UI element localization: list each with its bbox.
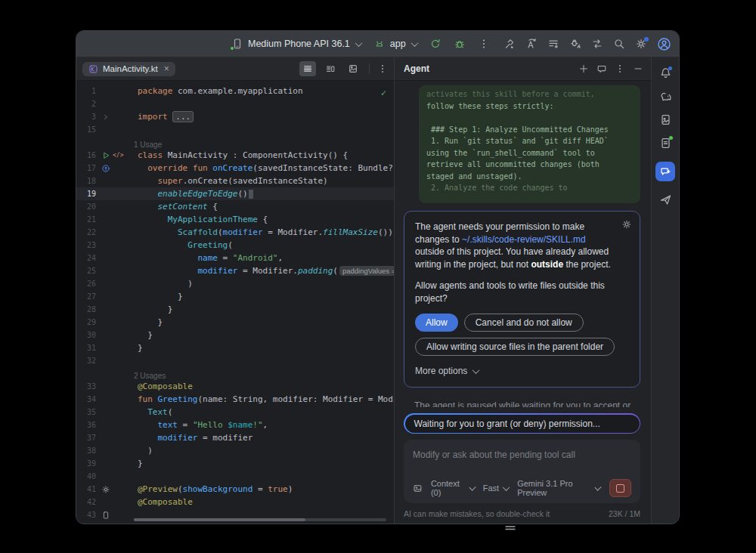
fold-arrow-icon[interactable] bbox=[101, 113, 110, 122]
view-code-button[interactable] bbox=[299, 61, 316, 76]
code-text: Greeting( bbox=[138, 240, 233, 250]
run-config-label: app bbox=[390, 39, 406, 49]
todo-list-icon[interactable] bbox=[547, 38, 559, 50]
code-line[interactable]: 22 Scaffold(modifier = Modifier.fillMaxS… bbox=[76, 226, 394, 239]
settings-gear-icon[interactable] bbox=[635, 38, 647, 50]
device-manager-icon[interactable] bbox=[659, 113, 672, 126]
skill-text-line: ### Step 1: Analyze Uncommitted Changes bbox=[426, 124, 633, 136]
code-line[interactable]: 17 override fun onCreate(savedInstanceSt… bbox=[76, 162, 394, 175]
code-line[interactable]: 25 modifier = Modifier.padding(paddingVa… bbox=[76, 264, 394, 277]
line-number: 36 bbox=[76, 421, 96, 429]
compose-preview-icon[interactable]: </> bbox=[113, 151, 123, 160]
code-text: Text( bbox=[138, 407, 172, 417]
code-text: super.onCreate(savedInstanceState) bbox=[138, 176, 328, 186]
code-text: package com.example.myapplication bbox=[138, 86, 303, 96]
code-line[interactable]: 32 bbox=[76, 354, 394, 367]
hide-panel-icon[interactable] bbox=[633, 63, 643, 74]
horizontal-scrollbar[interactable] bbox=[134, 518, 386, 521]
new-chat-icon[interactable] bbox=[578, 63, 589, 74]
run-app-icon[interactable] bbox=[101, 151, 110, 160]
code-line[interactable]: 2 bbox=[76, 97, 394, 110]
code-line[interactable]: 27 } bbox=[76, 290, 394, 303]
sync-branches-icon[interactable] bbox=[591, 38, 603, 50]
code-line[interactable]: 42@Composable bbox=[76, 496, 394, 508]
inspection-ok-icon[interactable]: ✓ bbox=[381, 88, 386, 98]
allow-parent-folder-button[interactable]: Allow writing source files in the parent… bbox=[415, 338, 615, 356]
gradle-icon[interactable] bbox=[659, 90, 672, 103]
code-line[interactable]: 24 name = "Android", bbox=[76, 252, 394, 264]
code-line[interactable]: 37 modifier = modifier bbox=[76, 431, 394, 444]
code-line[interactable]: 39} bbox=[76, 457, 394, 470]
code-line[interactable]: 3import ... bbox=[76, 110, 394, 123]
tab-mainactivity[interactable]: MainActivity.kt × bbox=[82, 62, 175, 76]
debug-bug-icon[interactable] bbox=[454, 38, 466, 50]
search-icon[interactable] bbox=[613, 38, 625, 50]
code-line[interactable]: 40 bbox=[76, 470, 394, 483]
line-number: 30 bbox=[76, 331, 96, 339]
code-line[interactable]: 23 Greeting( bbox=[76, 239, 394, 252]
code-line[interactable]: 34fun Greeting(name: String, modifier: M… bbox=[76, 393, 394, 406]
model-dropdown[interactable]: Gemini 3.1 Pro Preview bbox=[517, 479, 600, 497]
skill-file-link[interactable]: ~/.skills/code-review/SKILL.md bbox=[462, 234, 586, 245]
line-number: 28 bbox=[76, 305, 96, 314]
close-icon[interactable]: × bbox=[164, 64, 169, 73]
more-vertical-icon[interactable] bbox=[478, 38, 490, 50]
code-line[interactable]: 33@Composable bbox=[76, 380, 394, 393]
airplane-icon[interactable] bbox=[659, 193, 672, 206]
agent-composer[interactable]: Context (0) Fast Gemini 3.1 Pro Preview bbox=[404, 440, 640, 503]
permission-settings-icon[interactable] bbox=[621, 219, 632, 230]
code-line[interactable]: 16</>class MainActivity : ComponentActiv… bbox=[76, 149, 394, 162]
code-text: class MainActivity : ComponentActivity()… bbox=[138, 150, 348, 160]
view-split-button[interactable] bbox=[322, 61, 339, 76]
code-line[interactable]: 26 ) bbox=[76, 277, 394, 290]
code-line[interactable]: 30 } bbox=[76, 329, 394, 341]
usages-hint[interactable]: 2 Usages bbox=[76, 367, 394, 380]
code-line[interactable]: 41@Preview(showBackground = true) bbox=[76, 483, 394, 496]
running-devices-icon[interactable] bbox=[659, 137, 672, 150]
attach-image-icon[interactable] bbox=[413, 483, 423, 494]
ide-window: Medium Phone API 36.1 app bbox=[76, 30, 680, 524]
chat-history-icon[interactable] bbox=[596, 63, 607, 74]
code-line[interactable]: 28 } bbox=[76, 303, 394, 316]
device-selector[interactable]: Medium Phone API 36.1 bbox=[231, 38, 361, 50]
agent-message-list[interactable]: activates this skill before a commit,fol… bbox=[395, 81, 651, 407]
user-avatar-icon[interactable] bbox=[657, 37, 671, 51]
chevron-down-icon bbox=[503, 483, 510, 491]
code-line[interactable]: 19 enableEdgeToEdge() bbox=[76, 187, 394, 200]
context-dropdown[interactable]: Context (0) bbox=[431, 479, 475, 497]
code-line[interactable]: 18 super.onCreate(savedInstanceState) bbox=[76, 175, 394, 187]
preview-device-icon[interactable] bbox=[101, 511, 110, 520]
usages-hint[interactable]: 1 Usage bbox=[76, 136, 394, 149]
more-vertical-icon[interactable] bbox=[615, 63, 625, 74]
more-vertical-icon[interactable] bbox=[377, 63, 388, 74]
preview-settings-icon[interactable] bbox=[101, 485, 110, 494]
code-line[interactable]: 35 Text( bbox=[76, 406, 394, 419]
build-hammer-icon[interactable] bbox=[503, 38, 516, 50]
code-line[interactable]: 20 setContent { bbox=[76, 200, 394, 213]
code-line[interactable]: 29 } bbox=[76, 316, 394, 329]
more-options-button[interactable]: More options bbox=[415, 365, 629, 378]
code-line[interactable]: 36 text = "Hello $name!", bbox=[76, 419, 394, 431]
restart-debug-icon[interactable] bbox=[569, 38, 581, 50]
ai-rename-icon[interactable] bbox=[525, 38, 538, 50]
code-line[interactable]: 31} bbox=[76, 341, 394, 354]
run-config-selector[interactable]: app bbox=[373, 38, 417, 50]
code-line[interactable]: 21 MyApplicationTheme { bbox=[76, 213, 394, 226]
view-design-button[interactable] bbox=[345, 61, 361, 76]
gemini-agent-tool-button[interactable] bbox=[655, 162, 675, 181]
notifications-bell-icon[interactable] bbox=[659, 66, 672, 79]
code-editor[interactable]: 1package com.example.myapplication23impo… bbox=[76, 81, 394, 524]
code-line[interactable]: 1package com.example.myapplication bbox=[76, 85, 394, 97]
composer-input[interactable] bbox=[413, 450, 631, 460]
code-line[interactable]: 38 ) bbox=[76, 444, 394, 457]
speed-dropdown[interactable]: Fast bbox=[483, 483, 509, 493]
stop-button[interactable] bbox=[609, 479, 631, 497]
cancel-button[interactable]: Cancel and do not allow bbox=[464, 314, 584, 332]
rerun-icon[interactable] bbox=[429, 38, 442, 50]
override-method-icon[interactable] bbox=[101, 164, 110, 173]
line-number: 38 bbox=[76, 446, 96, 455]
line-number: 40 bbox=[76, 472, 96, 480]
allow-button[interactable]: Allow bbox=[415, 314, 458, 332]
code-line[interactable]: 15 bbox=[76, 123, 394, 136]
resize-grip[interactable] bbox=[505, 520, 516, 533]
